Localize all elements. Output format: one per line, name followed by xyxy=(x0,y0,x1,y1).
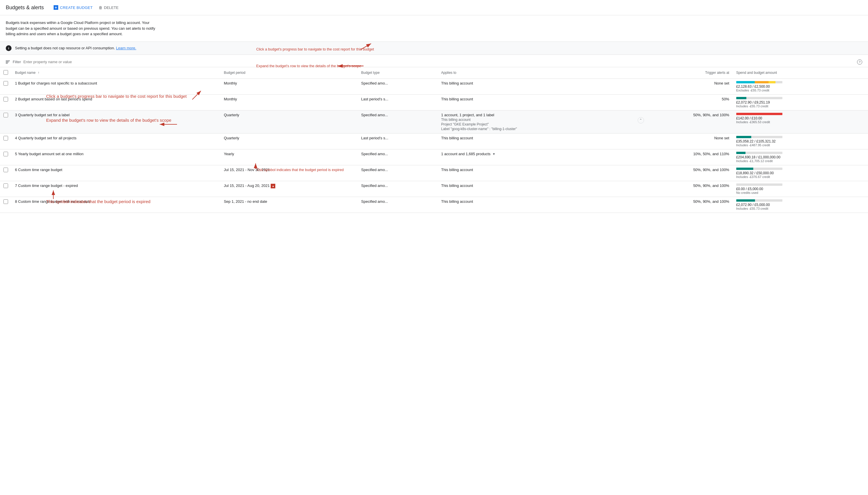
row-checkbox-cell xyxy=(0,110,12,133)
select-all-checkbox[interactable] xyxy=(3,70,8,75)
row-checkbox[interactable] xyxy=(3,199,8,204)
filter-icon: Filter xyxy=(6,60,21,64)
applies-to-cell: This billing account xyxy=(438,181,632,197)
row-checkbox[interactable] xyxy=(3,81,8,86)
trigger-alerts-cell: 50%, 90%, and 100%⌃ xyxy=(632,110,733,133)
table-row: 8 Custom time range budget with no end d… xyxy=(0,197,868,212)
credit-text: No credits used xyxy=(736,191,865,194)
progress-segment xyxy=(736,136,751,138)
trigger-alerts-cell: 50% xyxy=(632,94,733,110)
spend-budget-cell: £35,058.22 / £105,321.32Includes -£487.9… xyxy=(733,133,868,149)
progress-bar[interactable] xyxy=(736,168,782,170)
budget-name-cell: 6 Custom time range budget xyxy=(12,165,220,181)
budget-type-cell: Specified amo... xyxy=(358,165,438,181)
applies-to-cell: This billing account xyxy=(438,133,632,149)
credit-text: Excludes -£55.73 credit xyxy=(736,88,865,92)
filter-input[interactable] xyxy=(23,60,855,64)
credit-text: Includes -£376.67 credit xyxy=(736,175,865,178)
credit-text: Includes -£365.53 credit xyxy=(736,120,865,124)
trigger-alerts-cell: None set xyxy=(632,133,733,149)
col-budget-type: Budget type xyxy=(358,67,438,79)
page-title: Budgets & alerts xyxy=(6,5,44,11)
table-row: 4 Quarterly budget set for all projectsQ… xyxy=(0,133,868,149)
row-checkbox-cell xyxy=(0,165,12,181)
delete-button[interactable]: 🗑 DELETE xyxy=(96,4,122,12)
budget-table-container: Budget name ↑ Budget period Budget type … xyxy=(0,67,868,213)
row-checkbox[interactable] xyxy=(3,152,8,156)
collapse-row-button[interactable]: ⌃ xyxy=(638,117,644,123)
spend-budget-cell: £18,890.32 / £50,000.00Includes -£376.67… xyxy=(733,165,868,181)
budget-type-cell: Specified amo... xyxy=(358,149,438,165)
progress-bar[interactable] xyxy=(736,152,782,154)
progress-segment xyxy=(736,199,755,202)
table-row: 6 Custom time range budgetJul 15, 2021 -… xyxy=(0,165,868,181)
progress-segment xyxy=(736,152,745,154)
col-spend-amount: Spend and budget amount xyxy=(733,67,868,79)
row-checkbox[interactable] xyxy=(3,136,8,140)
progress-segment xyxy=(736,113,782,115)
table-row: 3 Quarterly budget set for a labelQuarte… xyxy=(0,110,868,133)
progress-bar[interactable] xyxy=(736,136,782,138)
col-budget-period: Budget period xyxy=(220,67,357,79)
budget-period-cell: Yearly xyxy=(220,149,357,165)
row-checkbox[interactable] xyxy=(3,184,8,188)
credit-text: Includes -£55.73 credit xyxy=(736,207,865,210)
col-applies-to: Applies to xyxy=(438,67,632,79)
trash-icon: 🗑 xyxy=(99,5,102,10)
row-checkbox-cell xyxy=(0,133,12,149)
expired-icon: ▲ xyxy=(271,184,275,188)
budget-name-cell: 1 Budget for charges not specific to a s… xyxy=(12,79,220,94)
progress-bar[interactable] xyxy=(736,113,782,115)
progress-segment xyxy=(736,168,753,170)
table-row: 7 Custom time range budget - expiredJul … xyxy=(0,181,868,197)
row-checkbox[interactable] xyxy=(3,113,8,117)
spend-budget-cell: £2,128.63 / £2,500.00Excludes -£55.73 cr… xyxy=(733,79,868,94)
amount-text: £2,128.63 / £2,500.00 xyxy=(736,85,865,88)
progress-bar[interactable] xyxy=(736,199,782,202)
progress-bar[interactable] xyxy=(736,81,782,83)
budget-period-cell: Jul 15, 2021 - Nov 30, 2021 xyxy=(220,165,357,181)
row-checkbox[interactable] xyxy=(3,168,8,172)
progress-bar[interactable] xyxy=(736,184,782,186)
amount-text: £18,890.32 / £50,000.00 xyxy=(736,171,865,175)
trigger-alerts-cell: 50%, 90%, and 100% xyxy=(632,181,733,197)
amount-text: £204,690.18 / £1,000,000.00 xyxy=(736,155,865,159)
budget-name-cell: 7 Custom time range budget - expired xyxy=(12,181,220,197)
budget-name-cell: 4 Quarterly budget set for all projects xyxy=(12,133,220,149)
budget-type-cell: Specified amo... xyxy=(358,181,438,197)
help-icon[interactable]: ? xyxy=(857,59,862,65)
info-banner: i Setting a budget does not cap resource… xyxy=(0,41,868,55)
amount-text: £0.00 / £5,000.00 xyxy=(736,187,865,191)
budget-period-cell: Jul 15, 2021 - Aug 20, 2021▲ xyxy=(220,181,357,197)
budget-type-cell: Specified amo... xyxy=(358,79,438,94)
progress-segment xyxy=(736,97,746,99)
budget-period-cell: Quarterly xyxy=(220,110,357,133)
table-row: 1 Budget for charges not specific to a s… xyxy=(0,79,868,94)
budget-name-cell: 3 Quarterly budget set for a label xyxy=(12,110,220,133)
row-checkbox[interactable] xyxy=(3,97,8,102)
budget-type-cell: Last period's s... xyxy=(358,133,438,149)
applies-to-cell: This billing account xyxy=(438,197,632,212)
budget-type-cell: Specified amo... xyxy=(358,110,438,133)
trigger-alerts-cell: 50%, 90%, and 100% xyxy=(632,197,733,212)
budget-period-cell: Monthly xyxy=(220,79,357,94)
budget-period-cell: Monthly xyxy=(220,94,357,110)
spend-budget-cell: £204,690.18 / £1,000,000.00Includes -£1,… xyxy=(733,149,868,165)
trigger-alerts-cell: 10%, 50%, and 110% xyxy=(632,149,733,165)
progress-segment xyxy=(755,81,768,83)
amount-text: £142.00 / £10.00 xyxy=(736,116,865,120)
trigger-alerts-cell: None set xyxy=(632,79,733,94)
progress-bar[interactable] xyxy=(736,97,782,99)
budget-table: Budget name ↑ Budget period Budget type … xyxy=(0,67,868,213)
spend-budget-cell: £2,072.90 / £5,000.00Includes -£55.73 cr… xyxy=(733,197,868,212)
create-budget-button[interactable]: + CREATE BUDGET xyxy=(51,3,95,12)
table-body: 1 Budget for charges not specific to a s… xyxy=(0,79,868,212)
learn-more-link[interactable]: Learn more. xyxy=(116,46,136,50)
row-checkbox-cell xyxy=(0,79,12,94)
applies-to-cell: 1 account, 1 project, and 1 labelThis bi… xyxy=(438,110,632,133)
amount-text: £2,072.90 / £9,251.19 xyxy=(736,100,865,104)
progress-segment xyxy=(736,81,755,83)
expand-chevron-icon[interactable]: ▾ xyxy=(493,152,495,156)
applies-to-cell: This billing account xyxy=(438,94,632,110)
row-checkbox-cell xyxy=(0,181,12,197)
